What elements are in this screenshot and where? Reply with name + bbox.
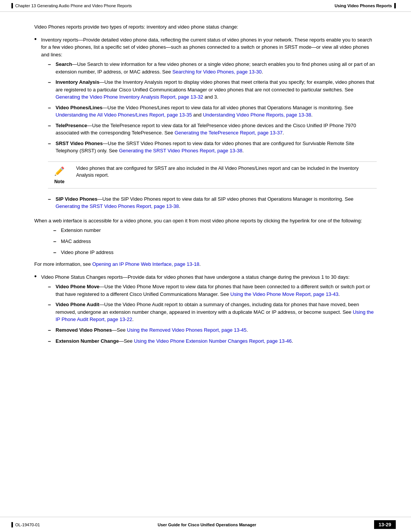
link-sip-report[interactable]: Generating the SRST Video Phones Report,… xyxy=(56,203,179,209)
dash-list-status: – Video Phone Move—Use the Video Phone M… xyxy=(48,283,377,345)
bullet-list-status: • Video Phone Status Changes reports—Pro… xyxy=(34,273,377,348)
note-box: ✏️ Note Video phones that are configured… xyxy=(48,161,377,189)
header-section-text: Using Video Phones Reports xyxy=(335,3,392,8)
dash-symbol-srst: – xyxy=(48,140,56,148)
dash-symbol-mac: – xyxy=(53,238,61,246)
dash-item-srst: – SRST Video Phones—Use the SRST Video P… xyxy=(48,140,377,155)
link-ext-number-change[interactable]: Using the Video Phone Extension Number C… xyxy=(134,338,292,344)
link-inventory-analysis[interactable]: Generating the Video Phone Inventory Ana… xyxy=(56,94,203,100)
bullet-text-status: Video Phone Status Changes reports—Provi… xyxy=(41,273,377,348)
bullet-item-status-changes: • Video Phone Status Changes reports—Pro… xyxy=(34,273,377,348)
sublist-item-ip: – Video phone IP address xyxy=(53,249,377,257)
dash-symbol-ext: – xyxy=(53,227,61,235)
dash-text-tp: TelePresence—Use the TelePresence report… xyxy=(56,122,377,137)
footer-center: User Guide for Cisco Unified Operations … xyxy=(158,522,256,527)
link-phone-move[interactable]: Using the Video Phone Move Report, page … xyxy=(230,291,338,297)
dash-text-ia: Inventory Analysis—Use the Inventory Ana… xyxy=(56,78,377,101)
page-footer: OL-19470-01 User Guide for Cisco Unified… xyxy=(0,517,411,532)
footer-bar-icon xyxy=(11,522,13,527)
main-bullet-list: • Inventory reports—Provide detailed vid… xyxy=(34,36,377,213)
bullet-item-inventory: • Inventory reports—Provide detailed vid… xyxy=(34,36,377,213)
dash-text-srst: SRST Video Phones—Use the SRST Video Pho… xyxy=(56,140,377,155)
dash-item-removed: – Removed Video Phones—See Using the Rem… xyxy=(48,326,377,334)
bullet-dot-1: • xyxy=(34,35,41,44)
dash-item-ext-change: – Extension Number Change—See Using the … xyxy=(48,337,377,345)
dash-item-sip: – SIP Video Phones—Use the SIP Video Pho… xyxy=(48,195,377,210)
bullet-dot-2: • xyxy=(34,273,41,281)
page-header: Chapter 13 Generating Audio Phone and Vi… xyxy=(0,0,411,12)
dash-item-inventory-analysis: – Inventory Analysis—Use the Inventory A… xyxy=(48,78,377,101)
note-item: ✏️ Note Video phones that are configured… xyxy=(48,158,377,192)
dash-item-search: – Search—Use Search to view information … xyxy=(48,61,377,75)
dash-text-ext: Extension number xyxy=(61,227,377,234)
main-content: Video Phones reports provide two types o… xyxy=(0,12,411,517)
link-searching-video-phones[interactable]: Searching for Video Phones, page 13-30 xyxy=(172,69,262,75)
dash-text-mac: MAC address xyxy=(61,238,377,245)
dash-item-move: – Video Phone Move—Use the Video Phone M… xyxy=(48,283,377,298)
dash-symbol-tp: – xyxy=(48,122,56,130)
link-ip-phone-web-interface[interactable]: Opening an IP Phone Web Interface, page … xyxy=(92,261,199,267)
dash-text-search: Search—Use Search to view information fo… xyxy=(56,61,377,75)
note-pencil-icon: ✏️ xyxy=(54,165,65,177)
dash-text-ext-change: Extension Number Change—See Using the Vi… xyxy=(56,337,377,345)
dash-text-removed: Removed Video Phones—See Using the Remov… xyxy=(56,326,377,334)
dash-symbol-ext-change: – xyxy=(48,337,56,345)
link-all-video-phones-lines[interactable]: Understanding the All Video Phones/Lines… xyxy=(56,112,192,118)
footer-left: OL-19470-01 xyxy=(11,522,40,527)
link-removed-phones[interactable]: Using the Removed Video Phones Report, p… xyxy=(127,327,247,333)
footer-doc-number: OL-19470-01 xyxy=(15,522,40,527)
dash-symbol-removed: – xyxy=(48,326,56,334)
para3: For more information, see Opening an IP … xyxy=(34,260,377,268)
sublist-hyperlinks: – Extension number – MAC address – Video… xyxy=(53,227,377,257)
link-understanding-video-phone-reports[interactable]: Understanding Video Phone Reports, page … xyxy=(203,112,311,118)
note-icon-area: ✏️ Note xyxy=(48,165,71,185)
dash-symbol-move: – xyxy=(48,283,56,291)
dash-symbol-ip: – xyxy=(53,249,61,257)
link-phone-audit[interactable]: Using the IP Phone Audit Report, page 13… xyxy=(56,309,374,323)
dash-item-audit: – Video Phone Audit—Use the Video Phone … xyxy=(48,301,377,323)
dash-symbol-ia: – xyxy=(48,78,56,86)
link-srst-report[interactable]: Generating the SRST Video Phones Report,… xyxy=(119,148,242,153)
header-bar-icon xyxy=(11,3,13,8)
dash-item-telepresence: – TelePresence—Use the TelePresence repo… xyxy=(48,122,377,137)
bullet-text-inventory: Inventory reports—Provide detailed video… xyxy=(41,36,377,213)
dash-text-ip: Video phone IP address xyxy=(61,249,377,256)
footer-page-number: 13-29 xyxy=(374,520,396,529)
header-right: Using Video Phones Reports xyxy=(335,3,396,8)
header-chapter-text: Chapter 13 Generating Audio Phone and Vi… xyxy=(15,3,132,8)
dash-symbol-vpl: – xyxy=(48,104,56,112)
dash-text-audit: Video Phone Audit—Use the Video Phone Au… xyxy=(56,301,377,323)
dash-text-vpl: Video Phones/Lines—Use the Video Phones/… xyxy=(56,104,377,119)
note-label: Note xyxy=(54,178,65,185)
dash-text-move: Video Phone Move—Use the Video Phone Mov… xyxy=(56,283,377,298)
header-left: Chapter 13 Generating Audio Phone and Vi… xyxy=(11,3,132,8)
dash-symbol-sip: – xyxy=(48,195,56,203)
intro-paragraph: Video Phones reports provide two types o… xyxy=(34,23,377,31)
dash-text-sip: SIP Video Phones—Use the SIP Video Phone… xyxy=(56,195,377,210)
sublist-item-extension: – Extension number xyxy=(53,227,377,235)
para2: When a web interface is accessible for a… xyxy=(34,217,377,225)
sublist-item-mac: – MAC address xyxy=(53,238,377,246)
page: Chapter 13 Generating Audio Phone and Vi… xyxy=(0,0,411,532)
dash-symbol-search: – xyxy=(48,61,56,69)
dash-symbol-audit: – xyxy=(48,301,56,309)
link-telepresence-report[interactable]: Generating the TelePresence Report, page… xyxy=(175,130,283,136)
header-bar-right-icon xyxy=(394,3,396,8)
note-content: Video phones that are configured for SRS… xyxy=(76,165,377,179)
dash-item-video-phones-lines: – Video Phones/Lines—Use the Video Phone… xyxy=(48,104,377,119)
dash-list-inventory: – Search—Use Search to view information … xyxy=(48,61,377,210)
